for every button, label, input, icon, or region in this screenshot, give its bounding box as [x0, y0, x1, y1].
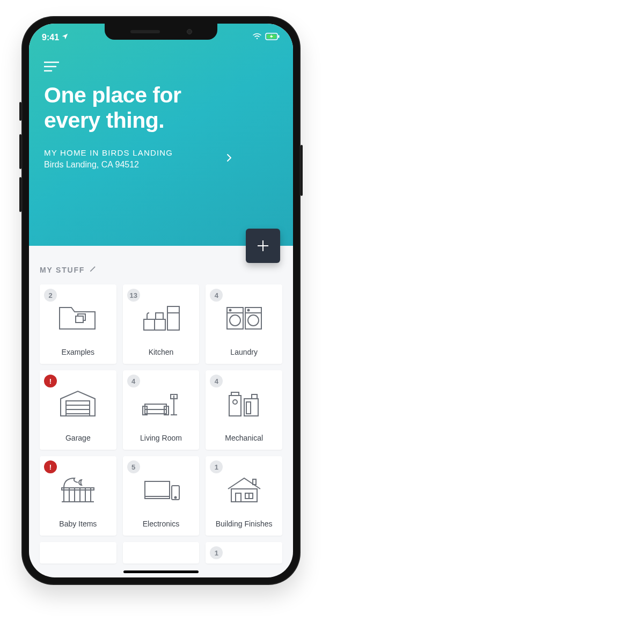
- card-label: Baby Items: [59, 519, 97, 528]
- home-selector[interactable]: MY HOME IN BIRDS LANDING Birds Landing, …: [44, 148, 232, 170]
- count-badge: 1: [210, 546, 223, 559]
- hamburger-icon: [44, 61, 59, 72]
- svg-point-19: [229, 309, 231, 311]
- section-header[interactable]: MY STUFF: [40, 265, 282, 275]
- card-living-room[interactable]: 4 Living Room: [123, 370, 200, 450]
- svg-rect-35: [229, 396, 241, 416]
- card-label: Electronics: [143, 519, 179, 528]
- count-badge: 2: [44, 289, 57, 302]
- svg-rect-53: [253, 479, 256, 485]
- card-partial[interactable]: 1: [206, 542, 282, 564]
- card-partial[interactable]: [123, 542, 200, 564]
- card-label: Examples: [62, 348, 94, 356]
- headline: One place for every thing.: [44, 83, 278, 133]
- alert-badge: !: [44, 460, 57, 473]
- card-kitchen[interactable]: 13 Kitchen: [123, 284, 200, 364]
- card-label: Kitchen: [149, 348, 174, 356]
- phone-frame: 9:41: [21, 16, 301, 585]
- battery-charging-icon: [265, 33, 280, 42]
- svg-rect-40: [246, 402, 251, 414]
- chevron-right-icon: [226, 153, 232, 164]
- card-examples[interactable]: 2 Examples: [40, 284, 116, 364]
- volume-up-button: [19, 134, 21, 169]
- svg-point-52: [174, 496, 176, 498]
- home-name: MY HOME IN BIRDS LANDING: [44, 148, 173, 157]
- home-address: Birds Landing, CA 94512: [44, 160, 173, 170]
- card-label: Living Room: [140, 434, 182, 442]
- svg-point-21: [248, 315, 259, 326]
- svg-rect-3: [278, 35, 280, 38]
- svg-rect-15: [156, 313, 163, 319]
- status-time: 9:41: [42, 33, 59, 42]
- wifi-icon: [252, 33, 262, 42]
- svg-rect-39: [252, 394, 257, 399]
- header: One place for every thing. MY HOME IN BI…: [29, 24, 293, 246]
- headline-line1: One place for: [44, 83, 278, 108]
- card-grid: 2 Examples 13 Kitchen 4: [40, 284, 282, 536]
- partial-row: 1: [40, 542, 282, 564]
- svg-rect-41: [62, 488, 94, 490]
- svg-point-23: [247, 309, 249, 311]
- home-indicator[interactable]: [123, 570, 199, 573]
- card-mechanical[interactable]: 4 Mechanical: [206, 370, 282, 450]
- card-electronics[interactable]: 5 Electronics: [123, 456, 200, 536]
- svg-rect-11: [167, 306, 179, 330]
- card-label: Building Finishes: [216, 519, 273, 528]
- card-label: Mechanical: [225, 434, 263, 442]
- svg-rect-10: [76, 316, 83, 323]
- svg-rect-36: [231, 392, 239, 396]
- location-arrow-icon: [61, 33, 69, 42]
- svg-point-0: [257, 38, 258, 39]
- count-badge: 5: [127, 460, 140, 473]
- power-button: [301, 145, 303, 196]
- card-building-finishes[interactable]: 1 Building Finishes: [206, 456, 282, 536]
- alert-badge: !: [44, 375, 57, 387]
- card-garage[interactable]: ! Garage: [40, 370, 116, 450]
- notch: [105, 24, 217, 40]
- card-baby-items[interactable]: ! Baby Items: [40, 456, 116, 536]
- card-partial[interactable]: [40, 542, 116, 564]
- side-button: [19, 102, 21, 121]
- svg-point-17: [230, 315, 240, 326]
- svg-point-37: [233, 400, 237, 404]
- count-badge: 4: [127, 375, 140, 387]
- screen: 9:41: [29, 24, 293, 577]
- menu-button[interactable]: [44, 61, 278, 72]
- count-badge: 13: [127, 289, 140, 302]
- content-area: MY STUFF 2 Examples 13: [29, 246, 293, 577]
- card-label: Garage: [65, 434, 91, 442]
- pencil-icon: [89, 265, 97, 275]
- card-label: Laundry: [230, 348, 258, 356]
- card-laundry[interactable]: 4 Laundry: [206, 284, 282, 364]
- volume-down-button: [19, 177, 21, 212]
- headline-line2: every thing.: [44, 108, 278, 133]
- svg-rect-55: [236, 493, 241, 502]
- section-title: MY STUFF: [40, 266, 85, 274]
